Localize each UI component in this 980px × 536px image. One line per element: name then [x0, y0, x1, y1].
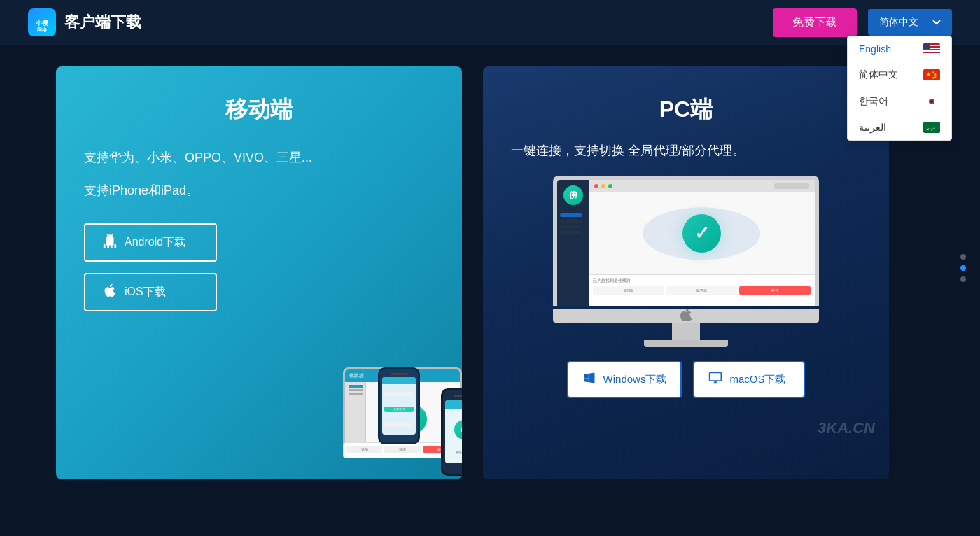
pc-download-buttons: Windows下载 macOS下载	[511, 361, 861, 398]
windows-download-button[interactable]: Windows下载	[567, 361, 682, 398]
main-content: 移动端 支持华为、小米、OPPO、VIVO、三星... 支持iPhone和iPa…	[0, 45, 980, 536]
header-left: 小樱 网络 客户端下载	[28, 8, 141, 36]
imac-chin	[553, 309, 819, 323]
mobile-download-buttons: Android下载 iOS下载	[84, 223, 434, 311]
svg-rect-7	[923, 53, 940, 55]
svg-text:عربي: عربي	[926, 126, 936, 131]
lang-option-korean[interactable]: 한국어	[848, 88, 951, 115]
slide-dot-3[interactable]	[960, 276, 966, 282]
pc-panel: PC端 一键连接，支持切换 全局代理/部分代理。 佛	[483, 66, 889, 479]
monitor-icon	[708, 371, 722, 388]
svg-point-22	[699, 216, 732, 239]
svg-text:★: ★	[926, 71, 931, 78]
lang-option-arabic[interactable]: العربية عربي	[848, 115, 951, 140]
lang-label-arabic: العربية	[859, 122, 886, 133]
language-menu: English 简体中文 ★ ★	[847, 36, 952, 141]
svg-rect-6	[923, 50, 940, 52]
lang-label-chinese: 简体中文	[859, 69, 898, 81]
macos-download-button[interactable]: macOS下载	[693, 361, 805, 398]
android-btn-label: Android下载	[125, 235, 186, 250]
imac-screen-outer: 佛	[553, 176, 819, 306]
macos-btn-label: macOS下载	[729, 373, 785, 386]
lang-label-english: English	[859, 43, 891, 55]
current-language-label: 简体中文	[879, 16, 918, 29]
svg-point-17	[930, 100, 933, 103]
lang-option-chinese[interactable]: 简体中文 ★ ★ ★ ★ ★	[848, 62, 951, 88]
slide-dot-1[interactable]	[960, 254, 966, 260]
ios-btn-label: iOS下载	[125, 285, 166, 299]
language-dropdown[interactable]: 简体中文 English 简体中文	[868, 9, 952, 36]
flag-kr-icon	[923, 96, 940, 107]
side-navigation-dots	[960, 254, 966, 282]
mobile-panel: 移动端 支持华为、小米、OPPO、VIVO、三星... 支持iPhone和iPa…	[56, 66, 462, 479]
flag-us-icon	[923, 43, 940, 55]
apple-logo-area	[553, 309, 819, 321]
mobile-device-mockups: 佛跳墙 ✓ 选项 状态	[252, 304, 462, 479]
windows-icon	[582, 371, 596, 388]
flag-sa-icon: عربي	[923, 122, 940, 133]
android-download-button[interactable]: Android下载	[84, 223, 217, 262]
mobile-desc-1: 支持华为、小米、OPPO、VIVO、三星...	[84, 146, 434, 169]
imac-base	[644, 340, 728, 347]
imac-mockup: 佛	[511, 176, 861, 347]
pc-panel-title: PC端	[511, 94, 861, 125]
slide-dot-2[interactable]	[960, 265, 966, 271]
language-button[interactable]: 简体中文	[868, 9, 952, 36]
pc-panel-desc: 一键连接，支持切换 全局代理/部分代理。	[511, 139, 861, 162]
windows-btn-label: Windows下载	[603, 373, 667, 386]
apple-icon	[102, 283, 118, 302]
page-title: 客户端下载	[64, 12, 141, 33]
android-icon	[102, 233, 118, 252]
mobile-panel-title: 移动端	[84, 94, 434, 125]
lang-label-korean: 한국어	[859, 95, 888, 108]
flag-cn-icon: ★ ★ ★ ★ ★	[923, 69, 940, 80]
lang-option-english[interactable]: English	[848, 36, 951, 62]
svg-text:网络: 网络	[37, 27, 48, 32]
svg-text:小樱: 小樱	[35, 20, 49, 27]
chevron-down-icon	[932, 20, 941, 25]
mobile-desc-2: 支持iPhone和iPad。	[84, 179, 434, 202]
free-download-button[interactable]: 免费下载	[773, 8, 857, 37]
header: 小樱 网络 客户端下载 免费下载 简体中文 English	[0, 0, 980, 45]
ios-download-button[interactable]: iOS下载	[84, 273, 217, 311]
svg-point-21	[662, 214, 688, 234]
header-right: 免费下载 简体中文 English	[773, 8, 952, 37]
logo-icon: 小樱 网络	[28, 8, 56, 36]
imac-screen: 佛	[557, 180, 815, 306]
watermark: 3KA.CN	[818, 419, 875, 437]
svg-rect-8	[923, 43, 930, 49]
imac-neck	[672, 323, 700, 340]
